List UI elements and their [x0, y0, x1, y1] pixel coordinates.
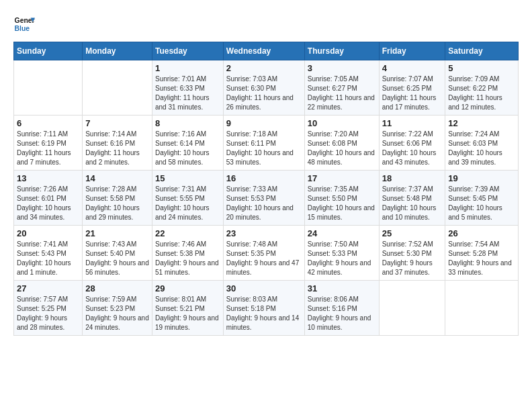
calendar-cell: 11Sunrise: 7:22 AM Sunset: 6:06 PM Dayli… — [379, 116, 445, 171]
day-info: Sunrise: 7:41 AM Sunset: 5:43 PM Dayligh… — [17, 240, 79, 277]
calendar-cell: 16Sunrise: 7:33 AM Sunset: 5:53 PM Dayli… — [223, 171, 304, 226]
logo-icon: General Blue — [13, 13, 35, 35]
day-info: Sunrise: 8:03 AM Sunset: 5:18 PM Dayligh… — [226, 295, 302, 332]
day-number: 8 — [155, 118, 220, 128]
day-info: Sunrise: 7:03 AM Sunset: 6:30 PM Dayligh… — [226, 75, 302, 112]
day-info: Sunrise: 8:01 AM Sunset: 5:21 PM Dayligh… — [155, 295, 220, 332]
day-info: Sunrise: 8:06 AM Sunset: 5:16 PM Dayligh… — [308, 295, 376, 332]
logo: General Blue — [13, 13, 38, 35]
header-cell-friday: Friday — [379, 42, 445, 60]
header-cell-monday: Monday — [83, 42, 152, 60]
page-header: General Blue — [13, 13, 519, 35]
day-number: 27 — [17, 283, 79, 293]
day-number: 28 — [85, 283, 149, 293]
day-info: Sunrise: 7:37 AM Sunset: 5:48 PM Dayligh… — [382, 185, 443, 222]
day-info: Sunrise: 7:22 AM Sunset: 6:06 PM Dayligh… — [382, 130, 443, 167]
day-info: Sunrise: 7:48 AM Sunset: 5:35 PM Dayligh… — [226, 240, 302, 277]
calendar-cell: 2Sunrise: 7:03 AM Sunset: 6:30 PM Daylig… — [223, 60, 304, 116]
day-number: 1 — [155, 63, 220, 73]
calendar-cell: 17Sunrise: 7:35 AM Sunset: 5:50 PM Dayli… — [304, 171, 379, 226]
calendar-cell: 18Sunrise: 7:37 AM Sunset: 5:48 PM Dayli… — [379, 171, 445, 226]
calendar-body: 1Sunrise: 7:01 AM Sunset: 6:33 PM Daylig… — [14, 60, 519, 336]
calendar-cell: 31Sunrise: 8:06 AM Sunset: 5:16 PM Dayli… — [304, 281, 379, 336]
calendar-cell: 3Sunrise: 7:05 AM Sunset: 6:27 PM Daylig… — [304, 60, 379, 116]
day-info: Sunrise: 7:18 AM Sunset: 6:11 PM Dayligh… — [226, 130, 302, 167]
day-info: Sunrise: 7:31 AM Sunset: 5:55 PM Dayligh… — [155, 185, 220, 222]
day-number: 16 — [226, 173, 302, 183]
day-number: 9 — [226, 118, 302, 128]
day-number: 26 — [448, 228, 515, 238]
day-number: 4 — [382, 63, 443, 73]
day-info: Sunrise: 7:05 AM Sunset: 6:27 PM Dayligh… — [308, 75, 376, 112]
day-info: Sunrise: 7:11 AM Sunset: 6:19 PM Dayligh… — [17, 130, 79, 167]
day-number: 15 — [155, 173, 220, 183]
calendar-cell: 25Sunrise: 7:52 AM Sunset: 5:30 PM Dayli… — [379, 226, 445, 281]
day-number: 6 — [17, 118, 79, 128]
calendar-cell: 22Sunrise: 7:46 AM Sunset: 5:38 PM Dayli… — [152, 226, 224, 281]
day-number: 30 — [226, 283, 302, 293]
header-cell-thursday: Thursday — [304, 42, 379, 60]
day-info: Sunrise: 7:01 AM Sunset: 6:33 PM Dayligh… — [155, 75, 220, 112]
calendar-cell: 12Sunrise: 7:24 AM Sunset: 6:03 PM Dayli… — [445, 116, 519, 171]
day-info: Sunrise: 7:46 AM Sunset: 5:38 PM Dayligh… — [155, 240, 220, 277]
day-number: 13 — [17, 173, 79, 183]
day-number: 23 — [226, 228, 302, 238]
calendar-cell: 6Sunrise: 7:11 AM Sunset: 6:19 PM Daylig… — [14, 116, 83, 171]
day-number: 5 — [448, 63, 515, 73]
day-info: Sunrise: 7:28 AM Sunset: 5:58 PM Dayligh… — [85, 185, 149, 222]
day-info: Sunrise: 7:20 AM Sunset: 6:08 PM Dayligh… — [308, 130, 376, 167]
week-row: 6Sunrise: 7:11 AM Sunset: 6:19 PM Daylig… — [14, 116, 519, 171]
calendar-cell: 20Sunrise: 7:41 AM Sunset: 5:43 PM Dayli… — [14, 226, 83, 281]
day-info: Sunrise: 7:09 AM Sunset: 6:22 PM Dayligh… — [448, 75, 515, 112]
day-number: 2 — [226, 63, 302, 73]
day-number: 22 — [155, 228, 220, 238]
day-info: Sunrise: 7:26 AM Sunset: 6:01 PM Dayligh… — [17, 185, 79, 222]
day-number: 31 — [308, 283, 376, 293]
calendar-cell: 9Sunrise: 7:18 AM Sunset: 6:11 PM Daylig… — [223, 116, 304, 171]
day-number: 14 — [85, 173, 149, 183]
day-number: 18 — [382, 173, 443, 183]
calendar-cell: 24Sunrise: 7:50 AM Sunset: 5:33 PM Dayli… — [304, 226, 379, 281]
calendar-cell: 5Sunrise: 7:09 AM Sunset: 6:22 PM Daylig… — [445, 60, 519, 116]
day-number: 12 — [448, 118, 515, 128]
day-info: Sunrise: 7:35 AM Sunset: 5:50 PM Dayligh… — [308, 185, 376, 222]
day-info: Sunrise: 7:24 AM Sunset: 6:03 PM Dayligh… — [448, 130, 515, 167]
day-number: 11 — [382, 118, 443, 128]
calendar-cell: 23Sunrise: 7:48 AM Sunset: 5:35 PM Dayli… — [223, 226, 304, 281]
calendar-cell: 1Sunrise: 7:01 AM Sunset: 6:33 PM Daylig… — [152, 60, 224, 116]
calendar-cell: 8Sunrise: 7:16 AM Sunset: 6:14 PM Daylig… — [152, 116, 224, 171]
header-cell-saturday: Saturday — [445, 42, 519, 60]
calendar-cell: 28Sunrise: 7:59 AM Sunset: 5:23 PM Dayli… — [83, 281, 152, 336]
day-number: 3 — [308, 63, 376, 73]
header-cell-wednesday: Wednesday — [223, 42, 304, 60]
header-cell-tuesday: Tuesday — [152, 42, 224, 60]
day-info: Sunrise: 7:50 AM Sunset: 5:33 PM Dayligh… — [308, 240, 376, 277]
day-info: Sunrise: 7:16 AM Sunset: 6:14 PM Dayligh… — [155, 130, 220, 167]
calendar-cell — [445, 281, 519, 336]
day-info: Sunrise: 7:59 AM Sunset: 5:23 PM Dayligh… — [85, 295, 149, 332]
week-row: 13Sunrise: 7:26 AM Sunset: 6:01 PM Dayli… — [14, 171, 519, 226]
day-number: 20 — [17, 228, 79, 238]
week-row: 1Sunrise: 7:01 AM Sunset: 6:33 PM Daylig… — [14, 60, 519, 116]
day-number: 17 — [308, 173, 376, 183]
calendar-cell: 27Sunrise: 7:57 AM Sunset: 5:25 PM Dayli… — [14, 281, 83, 336]
svg-text:Blue: Blue — [15, 25, 30, 32]
calendar-cell: 30Sunrise: 8:03 AM Sunset: 5:18 PM Dayli… — [223, 281, 304, 336]
calendar-cell: 15Sunrise: 7:31 AM Sunset: 5:55 PM Dayli… — [152, 171, 224, 226]
calendar-cell: 21Sunrise: 7:43 AM Sunset: 5:40 PM Dayli… — [83, 226, 152, 281]
header-cell-sunday: Sunday — [14, 42, 83, 60]
day-info: Sunrise: 7:39 AM Sunset: 5:45 PM Dayligh… — [448, 185, 515, 222]
day-info: Sunrise: 7:43 AM Sunset: 5:40 PM Dayligh… — [85, 240, 149, 277]
day-number: 10 — [308, 118, 376, 128]
calendar-table: SundayMondayTuesdayWednesdayThursdayFrid… — [13, 42, 519, 336]
calendar-cell — [379, 281, 445, 336]
calendar-cell: 10Sunrise: 7:20 AM Sunset: 6:08 PM Dayli… — [304, 116, 379, 171]
week-row: 27Sunrise: 7:57 AM Sunset: 5:25 PM Dayli… — [14, 281, 519, 336]
calendar-header: SundayMondayTuesdayWednesdayThursdayFrid… — [14, 42, 519, 60]
day-number: 7 — [85, 118, 149, 128]
day-info: Sunrise: 7:07 AM Sunset: 6:25 PM Dayligh… — [382, 75, 443, 112]
calendar-cell: 7Sunrise: 7:14 AM Sunset: 6:16 PM Daylig… — [83, 116, 152, 171]
week-row: 20Sunrise: 7:41 AM Sunset: 5:43 PM Dayli… — [14, 226, 519, 281]
calendar-cell: 13Sunrise: 7:26 AM Sunset: 6:01 PM Dayli… — [14, 171, 83, 226]
day-info: Sunrise: 7:14 AM Sunset: 6:16 PM Dayligh… — [85, 130, 149, 167]
